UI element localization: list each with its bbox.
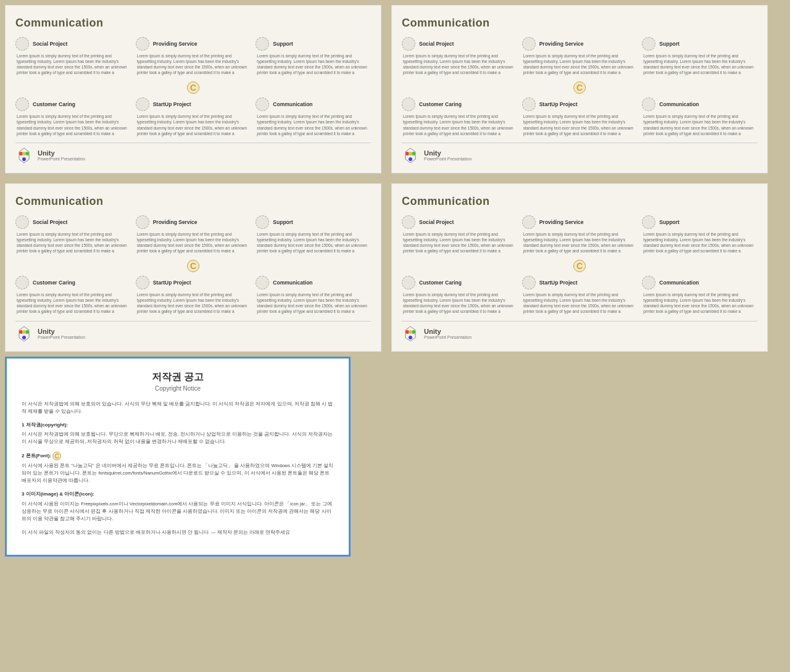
- card-title-label: StartUp Project: [539, 101, 578, 107]
- copyright-right-empty: [351, 357, 785, 557]
- card-body-text: Lorem Ipsum is simply dummy text of the …: [136, 53, 251, 75]
- card-support-2: Support Lorem Ipsum is simply dummy text…: [642, 37, 757, 75]
- slide-4-footer: Unity PowerPoint Presentation: [402, 321, 757, 342]
- slide-2-title: Communication: [402, 17, 757, 30]
- card-title-label: Social Project: [419, 41, 454, 47]
- slide-1-title: Communication: [15, 17, 371, 30]
- card-body-text: Lorem Ipsum is simply dummy text of the …: [642, 53, 757, 75]
- card-title-label: Providing Service: [153, 41, 198, 47]
- card-body-text: Lorem Ipsum is simply dummy text of the …: [15, 114, 131, 136]
- card-header: Support: [256, 215, 371, 229]
- copyright-intro-text: 이 서식은 저작권법에 의해 보호되어 있습니다. 서식의 무단 복제 및 배포…: [22, 401, 333, 414]
- card-providing-service-2: Providing Service Lorem Ipsum is simply …: [522, 37, 638, 75]
- card-body-text: Lorem Ipsum is simply dummy text of the …: [522, 53, 638, 75]
- unity-logo-icon-3: [15, 325, 33, 342]
- card-providing-service-3: Providing Service Lorem Ipsum is simply …: [136, 215, 251, 254]
- slide-2-cards-top: Social Project Lorem Ipsum is simply dum…: [402, 37, 757, 75]
- card-circle-icon: [402, 37, 415, 51]
- card-title-label: Support: [659, 41, 680, 47]
- card-circle-icon: [136, 37, 149, 51]
- card-communication-3: Communication Lorem Ipsum is simply dumm…: [256, 276, 371, 314]
- card-body-text: Lorem Ipsum is simply dummy text of the …: [256, 292, 371, 314]
- card-body-text: Lorem Ipsum is simply dummy text of the …: [522, 231, 638, 254]
- card-support-1: Support Lorem Ipsum is simply dummy text…: [256, 37, 371, 75]
- slide-2: Communication Social Project Lorem Ipsum…: [391, 5, 768, 173]
- card-body-text: Lorem Ipsum is simply dummy text of the …: [256, 114, 371, 136]
- section-title-3: 이미지(image) & 아이콘(icon):: [26, 491, 94, 497]
- card-body-text: Lorem Ipsum is simply dummy text of the …: [136, 231, 251, 254]
- unity-footer-text: Unity PowerPoint Presentation: [38, 149, 85, 161]
- slide-1: Communication Social Project Lorem Ipsum…: [5, 5, 381, 173]
- section-number-3: 3: [22, 491, 26, 497]
- copyright-section: 저작권 공고 Copyright Notice 이 서식은 저작권법에 의해 보…: [5, 357, 785, 557]
- card-header: StartUp Project: [136, 97, 251, 111]
- slide-1-cards-bottom: Customer Caring Lorem Ipsum is simply du…: [15, 97, 371, 136]
- card-circle-icon: [256, 97, 269, 111]
- copyright-footer-text: 이 서식 파일의 작성자의 동의 없이는 다른 방법으로 배포하거나 사용하시면…: [22, 529, 334, 536]
- copyright-intro: 이 서식은 저작권법에 의해 보호되어 있습니다. 서식의 무단 복제 및 배포…: [22, 400, 334, 415]
- card-title-label: StartUp Project: [153, 280, 191, 286]
- card-body-text: Lorem Ipsum is simply dummy text of the …: [256, 53, 371, 75]
- card-title-label: StartUp Project: [153, 101, 191, 107]
- section-number-1: 1: [22, 422, 26, 428]
- card-title-label: Providing Service: [539, 41, 584, 47]
- card-header: StartUp Project: [136, 276, 251, 289]
- card-header: Support: [642, 37, 757, 51]
- card-support-4: Support Lorem Ipsum is simply dummy text…: [642, 215, 757, 254]
- card-header: Social Project: [402, 37, 517, 51]
- section-body-1: 이 서식은 저작권법에 의해 보호됩니다. 무단으로 복제하거나 배포, 전송,…: [22, 431, 333, 444]
- slide-4: Communication Social Project Lorem Ipsum…: [391, 183, 768, 352]
- card-social-project-4: Social Project Lorem Ipsum is simply dum…: [402, 215, 517, 254]
- unity-logo-icon-2: [402, 147, 419, 164]
- center-c-icon-2: C: [573, 81, 586, 94]
- section-number-2: 2: [22, 453, 26, 458]
- card-header: Customer Caring: [402, 97, 517, 111]
- card-circle-icon: [642, 215, 655, 229]
- card-circle-icon: [522, 97, 536, 111]
- card-circle-icon: [15, 276, 29, 289]
- slide-4-title: Communication: [402, 195, 757, 208]
- card-customer-caring-3: Customer Caring Lorem Ipsum is simply du…: [15, 276, 131, 314]
- slide-3: Communication Social Project Lorem Ipsum…: [5, 183, 381, 352]
- section-title-2: 폰트(Font):: [26, 453, 51, 458]
- svg-point-19: [409, 330, 412, 334]
- copyright-title-english: Copyright Notice: [22, 385, 334, 392]
- card-circle-icon: [256, 37, 269, 51]
- card-title-label: Providing Service: [539, 219, 584, 225]
- card-providing-service-4: Providing Service Lorem Ipsum is simply …: [522, 215, 638, 254]
- card-header: Providing Service: [136, 37, 251, 51]
- copyright-section-2: 2 폰트(Font): C 이 서식에 사용된 폰트 "나눔고딕" 은 네이버에…: [22, 452, 334, 484]
- card-header: Communication: [256, 97, 371, 111]
- card-title-label: Social Project: [419, 219, 454, 225]
- card-header: Support: [256, 37, 371, 51]
- card-circle-icon: [136, 215, 149, 229]
- card-body-text: Lorem Ipsum is simply dummy text of the …: [136, 292, 251, 314]
- card-header: Support: [642, 215, 757, 229]
- svg-point-13: [22, 336, 26, 339]
- card-social-project-3: Social Project Lorem Ipsum is simply dum…: [15, 215, 131, 254]
- card-circle-icon: [15, 215, 29, 229]
- card-body-text: Lorem Ipsum is simply dummy text of the …: [256, 231, 371, 254]
- card-header: Social Project: [15, 37, 131, 51]
- section-body-3: 이 서식에 사용된 이미지는 Freepixpixels.com이나 Vecto…: [22, 501, 332, 521]
- card-title-label: Communication: [273, 280, 312, 286]
- card-title-label: Social Project: [33, 41, 67, 47]
- card-body-text: Lorem Ipsum is simply dummy text of the …: [642, 114, 757, 136]
- card-title-label: Customer Caring: [419, 101, 462, 107]
- unity-name-label-2: Unity: [424, 149, 472, 157]
- card-body-text: Lorem Ipsum is simply dummy text of the …: [522, 114, 638, 136]
- card-body-text: Lorem Ipsum is simply dummy text of the …: [522, 292, 638, 314]
- slide-2-footer: Unity PowerPoint Presentation: [402, 143, 757, 164]
- copyright-footer-label: 이 서식 파일의 작성자의 동의 없이는 다른 방법으로 배포하거나 사용하시면…: [22, 529, 290, 535]
- unity-subtitle-label-2: PowerPoint Presentation: [424, 157, 472, 161]
- card-circle-icon: [136, 276, 149, 289]
- card-circle-icon: [522, 276, 536, 289]
- copyright-title-korean: 저작권 공고: [22, 371, 334, 384]
- copyright-section-2-title: 2 폰트(Font): C: [22, 452, 334, 460]
- svg-point-18: [409, 336, 412, 339]
- copyright-section-1: 1 저작권(copyright): 이 서식은 저작권법에 의해 보호됩니다. …: [22, 421, 334, 446]
- card-circle-icon: [402, 276, 415, 289]
- card-startup-3: StartUp Project Lorem Ipsum is simply du…: [136, 276, 251, 314]
- card-social-project-2: Social Project Lorem Ipsum is simply dum…: [402, 37, 517, 75]
- section-body-2: 이 서식에 사용된 폰트 "나눔고딕" 은 네이버에서 제공하는 무료 폰트입니…: [22, 463, 333, 483]
